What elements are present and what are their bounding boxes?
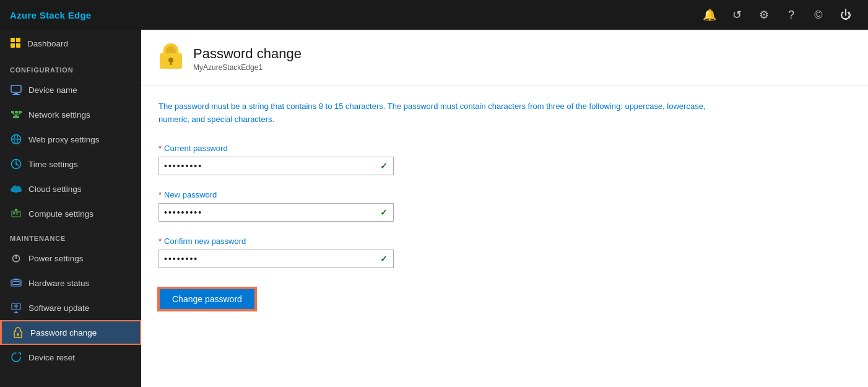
software-update-icon <box>10 302 22 314</box>
svg-rect-29 <box>14 279 19 280</box>
svg-rect-8 <box>15 111 18 113</box>
dashboard-label: Dashboard <box>27 39 68 48</box>
confirm-password-input-wrap: ✓ <box>158 250 394 268</box>
svg-rect-7 <box>11 111 14 113</box>
svg-line-13 <box>16 113 20 116</box>
topbar: Azure Stack Edge 🔔 ↺ ⚙ ? © ⏻ <box>0 0 868 30</box>
software-update-label: Software update <box>28 303 89 313</box>
new-password-input[interactable] <box>158 203 394 222</box>
sidebar-item-web-proxy-settings[interactable]: Web proxy settings <box>0 127 141 152</box>
svg-rect-5 <box>14 93 18 94</box>
device-reset-icon <box>10 351 22 363</box>
content-area: Password change MyAzureStackEdge1 The pa… <box>141 30 868 387</box>
confirm-password-input[interactable] <box>158 250 394 268</box>
device-name-icon <box>10 84 22 96</box>
compute-settings-icon <box>10 207 22 220</box>
password-change-label: Password change <box>30 328 97 337</box>
new-password-field-group: * New password ✓ <box>158 190 851 222</box>
power-settings-label: Power settings <box>28 254 84 263</box>
sidebar-item-time-settings[interactable]: Time settings <box>0 152 141 176</box>
svg-rect-28 <box>12 282 20 285</box>
circle-logo-icon[interactable]: © <box>806 2 831 27</box>
page-header: Password change MyAzureStackEdge1 <box>141 30 868 85</box>
page-header-icon <box>158 42 183 75</box>
confirm-password-label: * Confirm new password <box>158 237 851 246</box>
time-settings-label: Time settings <box>28 160 78 169</box>
maintenance-section-label: MAINTENANCE <box>0 226 141 246</box>
cloud-settings-label: Cloud settings <box>28 185 82 194</box>
power-icon[interactable]: ⏻ <box>833 2 858 27</box>
sidebar-item-power-settings[interactable]: Power settings <box>0 246 141 271</box>
help-icon[interactable]: ? <box>779 2 804 27</box>
power-settings-icon <box>10 252 22 264</box>
sidebar-item-hardware-status[interactable]: Hardware status <box>0 271 141 295</box>
sidebar-item-cloud-settings[interactable]: Cloud settings <box>0 176 141 201</box>
sidebar-item-compute-settings[interactable]: Compute settings <box>0 201 141 226</box>
svg-rect-10 <box>13 116 19 118</box>
svg-rect-21 <box>13 212 15 214</box>
device-name-label: Device name <box>28 85 77 95</box>
svg-point-35 <box>168 58 173 63</box>
bell-icon[interactable]: 🔔 <box>697 2 722 27</box>
page-content: The password must be a string that conta… <box>141 85 868 325</box>
app-title: Azure Stack Edge <box>10 10 92 20</box>
svg-point-33 <box>17 333 19 335</box>
configuration-section-label: CONFIGURATION <box>0 58 141 77</box>
change-password-button[interactable]: Change password <box>158 288 256 310</box>
hardware-status-label: Hardware status <box>28 279 89 288</box>
web-proxy-label: Web proxy settings <box>28 135 100 144</box>
new-password-required-star: * <box>158 190 162 199</box>
current-password-check-icon: ✓ <box>380 161 388 171</box>
hardware-status-icon <box>10 277 22 289</box>
refresh-icon[interactable]: ↺ <box>724 2 749 27</box>
svg-line-12 <box>13 113 17 116</box>
page-title: Password change <box>193 46 302 62</box>
confirm-password-required-star: * <box>158 237 162 246</box>
password-change-icon <box>12 326 24 339</box>
sidebar-item-device-name[interactable]: Device name <box>0 77 141 102</box>
time-settings-icon <box>10 158 22 170</box>
svg-rect-2 <box>11 43 15 48</box>
cloud-settings-icon <box>10 183 22 195</box>
sidebar-item-software-update[interactable]: Software update <box>0 295 141 320</box>
current-password-input-wrap: ✓ <box>158 157 394 175</box>
confirm-password-check-icon: ✓ <box>380 254 388 264</box>
current-password-label: * Current password <box>158 144 851 153</box>
svg-line-19 <box>16 164 19 165</box>
svg-rect-23 <box>16 214 19 215</box>
page-header-text: Password change MyAzureStackEdge1 <box>193 46 302 72</box>
settings-icon[interactable]: ⚙ <box>752 2 776 27</box>
sidebar-item-device-reset[interactable]: Device reset <box>0 345 141 370</box>
current-password-required-star: * <box>158 144 162 153</box>
web-proxy-icon <box>10 133 22 146</box>
page-subtitle: MyAzureStackEdge1 <box>193 63 302 72</box>
network-settings-label: Network settings <box>28 110 90 120</box>
device-reset-label: Device reset <box>28 353 75 362</box>
svg-rect-9 <box>19 111 22 113</box>
svg-rect-22 <box>16 212 19 213</box>
new-password-label: * New password <box>158 190 851 199</box>
svg-rect-6 <box>12 94 20 95</box>
svg-rect-24 <box>15 209 17 211</box>
current-password-field-group: * Current password ✓ <box>158 144 851 175</box>
network-settings-icon <box>10 108 22 121</box>
topbar-icons: 🔔 ↺ ⚙ ? © ⏻ <box>697 2 858 27</box>
confirm-password-field-group: * Confirm new password ✓ <box>158 237 851 268</box>
new-password-input-wrap: ✓ <box>158 203 394 222</box>
svg-rect-0 <box>11 38 15 42</box>
svg-rect-36 <box>170 62 172 65</box>
svg-rect-3 <box>16 43 20 48</box>
compute-settings-label: Compute settings <box>28 209 93 219</box>
svg-rect-1 <box>16 38 20 42</box>
dashboard-icon <box>10 37 21 50</box>
sidebar-item-network-settings[interactable]: Network settings <box>0 102 141 127</box>
sidebar-item-dashboard[interactable]: Dashboard <box>0 30 141 58</box>
sidebar: Dashboard CONFIGURATION Device name <box>0 30 141 387</box>
svg-rect-4 <box>11 85 21 92</box>
info-text: The password must be a string that conta… <box>158 100 716 126</box>
new-password-check-icon: ✓ <box>380 207 388 217</box>
current-password-input[interactable] <box>158 157 394 175</box>
sidebar-item-password-change[interactable]: Password change <box>0 320 141 345</box>
main-layout: Dashboard CONFIGURATION Device name <box>0 30 868 387</box>
